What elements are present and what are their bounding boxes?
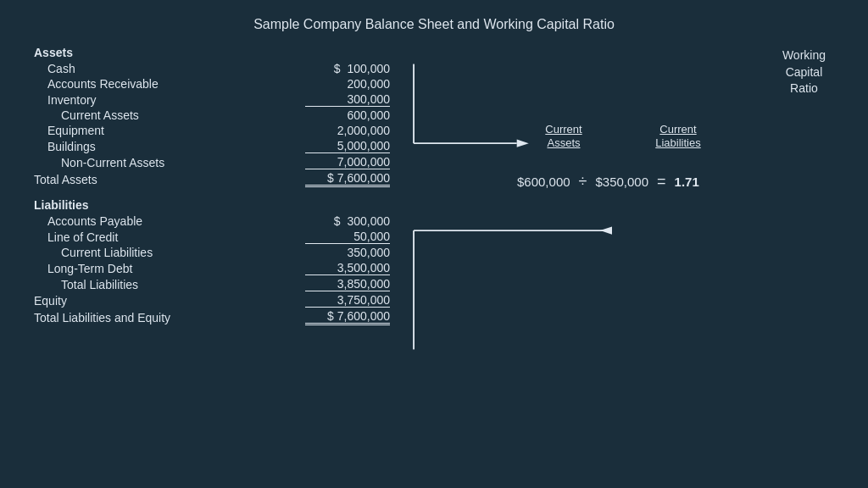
- inventory-label: Inventory: [34, 93, 97, 107]
- ca-label-text: CurrentAssets: [545, 123, 581, 149]
- current-liabilities-value: 350,000: [305, 246, 390, 259]
- diagram-area: WorkingCapitalRatio CurrentAssets Curren…: [390, 46, 834, 368]
- equity-row: Equity 3,750,000: [34, 292, 390, 308]
- ltd-label: Long-Term Debt: [34, 262, 132, 275]
- equity-value: 3,750,000: [305, 293, 390, 308]
- ca-amount: $600,000: [517, 175, 570, 189]
- page-title: Sample Company Balance Sheet and Working…: [34, 17, 834, 32]
- total-le-row: Total Liabilities and Equity $ 7,600,000: [34, 308, 390, 326]
- page-container: Sample Company Balance Sheet and Working…: [0, 0, 868, 488]
- cl-label-text: CurrentLiabilities: [655, 123, 700, 149]
- ltd-row: Long-Term Debt 3,500,000: [34, 260, 390, 276]
- cl-amount: $350,000: [595, 175, 648, 189]
- current-assets-value: 600,000: [305, 108, 390, 122]
- total-assets-label: Total Assets: [34, 173, 97, 186]
- loc-row: Line of Credit 50,000: [34, 229, 390, 245]
- equals-op: =: [657, 173, 666, 191]
- cash-label: Cash: [34, 62, 75, 75]
- total-liabilities-row: Total Liabilities 3,850,000: [34, 276, 390, 292]
- non-current-assets-label: Non-Current Assets: [34, 156, 164, 169]
- svg-marker-5: [600, 226, 612, 234]
- ap-row: Accounts Payable $ 300,000: [34, 214, 390, 229]
- liabilities-header: Liabilities: [34, 198, 390, 212]
- equipment-label: Equipment: [34, 124, 104, 137]
- assets-header: Assets: [34, 46, 390, 59]
- ap-label: Accounts Payable: [34, 214, 142, 228]
- wcr-title-text: WorkingCapitalRatio: [782, 48, 826, 95]
- inventory-row: Inventory 300,000: [34, 92, 390, 108]
- total-liabilities-label: Total Liabilities: [34, 278, 138, 291]
- balance-sheet: Assets Cash $ 100,000 Accounts Receivabl…: [34, 46, 390, 368]
- current-assets-diagram-label: CurrentAssets: [526, 122, 602, 149]
- cash-row: Cash $ 100,000: [34, 61, 390, 76]
- equipment-value: 2,000,000: [305, 124, 390, 137]
- current-liabilities-label: Current Liabilities: [34, 246, 153, 259]
- divide-op: ÷: [579, 173, 587, 191]
- current-liabilities-diagram-label: CurrentLiabilities: [636, 122, 721, 149]
- ratio-result: 1.71: [675, 175, 699, 189]
- wcr-calculation-row: $600,000 ÷ $350,000 = 1.71: [517, 173, 699, 191]
- diagram-svg: [390, 46, 834, 368]
- cash-value: $ 100,000: [305, 62, 390, 75]
- total-assets-row: Total Assets $ 7,600,000: [34, 170, 390, 188]
- total-liabilities-value: 3,850,000: [305, 277, 390, 291]
- total-assets-value: $ 7,600,000: [305, 171, 390, 187]
- buildings-label: Buildings: [34, 140, 96, 153]
- buildings-row: Buildings 5,000,000: [34, 138, 390, 154]
- equipment-row: Equipment 2,000,000: [34, 123, 390, 138]
- main-layout: Assets Cash $ 100,000 Accounts Receivabl…: [34, 46, 834, 368]
- total-le-label: Total Liabilities and Equity: [34, 311, 170, 324]
- inventory-value: 300,000: [305, 92, 390, 107]
- current-assets-label: Current Assets: [34, 108, 139, 122]
- buildings-value: 5,000,000: [305, 139, 390, 153]
- loc-value: 50,000: [305, 230, 390, 244]
- ar-label: Accounts Receivable: [34, 77, 159, 91]
- ar-value: 200,000: [305, 77, 390, 91]
- non-current-assets-row: Non-Current Assets 7,000,000: [34, 154, 390, 170]
- ap-value: $ 300,000: [305, 214, 390, 228]
- equity-label: Equity: [34, 294, 67, 308]
- non-current-assets-value: 7,000,000: [305, 155, 390, 169]
- ltd-value: 3,500,000: [305, 261, 390, 275]
- current-liabilities-row: Current Liabilities 350,000: [34, 245, 390, 260]
- total-le-value: $ 7,600,000: [305, 309, 390, 325]
- wcr-title: WorkingCapitalRatio: [782, 47, 826, 97]
- loc-label: Line of Credit: [34, 230, 118, 244]
- ar-row: Accounts Receivable 200,000: [34, 76, 390, 92]
- current-assets-row: Current Assets 600,000: [34, 108, 390, 123]
